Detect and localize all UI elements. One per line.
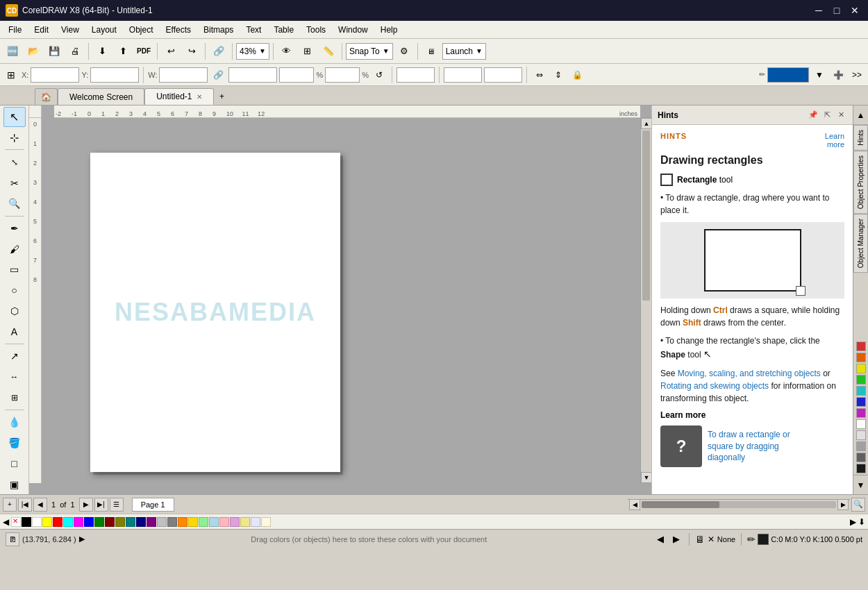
p1-input[interactable]: 100.0 — [279, 67, 314, 83]
hint-link-rotating[interactable]: Rotating and skewing objects — [660, 381, 769, 391]
menu-view[interactable]: View — [56, 23, 85, 37]
guidelines-button[interactable]: 📏 — [319, 42, 338, 61]
export-button[interactable]: ⬆ — [113, 42, 133, 61]
swatch-olive[interactable] — [115, 517, 125, 527]
swatch-silver[interactable] — [157, 517, 167, 527]
grid-snap-btn[interactable]: ⊞ — [3, 67, 19, 83]
first-page-btn[interactable]: |◀ — [18, 498, 32, 512]
home-tab[interactable]: 🏠 — [35, 88, 58, 105]
page-tab-1[interactable]: Page 1 — [132, 498, 174, 512]
swatch-lavender[interactable] — [251, 517, 260, 527]
grid-button[interactable]: ⊞ — [298, 42, 317, 61]
view-options[interactable]: 👁 — [277, 42, 297, 61]
swatch-purple[interactable] — [147, 517, 156, 527]
mirror-v-btn[interactable]: ⇕ — [550, 67, 567, 83]
save-button[interactable]: 💾 — [44, 42, 64, 61]
rectangle-tool[interactable]: ▭ — [3, 260, 26, 280]
swatch-teal[interactable] — [126, 517, 135, 527]
connector-tool[interactable]: ↗ — [3, 346, 26, 366]
maximize-button[interactable]: □ — [829, 3, 844, 18]
freehand-tool[interactable]: ✒ — [3, 219, 26, 239]
snap-to-dropdown[interactable]: Snap To ▼ — [346, 43, 393, 60]
swatch-yellow[interactable] — [42, 517, 52, 527]
vertical-scrollbar[interactable]: ▲ ▼ — [640, 118, 651, 483]
swatch-darkred[interactable] — [105, 517, 115, 527]
scroll-right-btn[interactable]: ▶ — [837, 499, 849, 510]
menu-help[interactable]: Help — [375, 23, 403, 37]
expand-props-btn[interactable]: >> — [849, 67, 865, 83]
menu-text[interactable]: Text — [240, 23, 267, 37]
swatch-pink[interactable] — [219, 517, 229, 527]
options-button[interactable]: ⚙ — [394, 42, 414, 61]
skew-x-input[interactable]: 0.0 ° — [444, 67, 482, 83]
open-button[interactable]: 📂 — [24, 42, 43, 61]
untitled-tab[interactable]: Untitled-1 ✕ — [144, 88, 213, 105]
artistic-media-tool[interactable]: 🖌 — [3, 239, 26, 259]
hints-scroll-down[interactable]: ▼ — [854, 478, 868, 492]
add-outline-btn[interactable]: ➕ — [830, 67, 846, 83]
document-canvas[interactable]: NESABAMEDIA — [42, 118, 640, 483]
swatch-gray[interactable] — [167, 517, 177, 527]
corel-connect[interactable]: 🔗 — [209, 42, 228, 61]
hints-close-btn[interactable]: ✕ — [835, 109, 847, 121]
menu-layout[interactable]: Layout — [86, 23, 122, 37]
outline-tool[interactable]: □ — [3, 454, 26, 474]
h-scrollbar-track[interactable] — [642, 501, 836, 508]
swatch-blue[interactable] — [84, 517, 94, 527]
hints-scroll-up[interactable]: ▲ — [854, 108, 868, 122]
swatch-white[interactable] — [32, 517, 42, 527]
menu-edit[interactable]: Edit — [28, 23, 54, 37]
menu-window[interactable]: Window — [333, 23, 374, 37]
next-page-btn[interactable]: ▶ — [79, 498, 93, 512]
add-page-btn[interactable]: + — [3, 498, 17, 512]
hint-link-moving[interactable]: Moving, scaling, and stretching objects — [678, 369, 821, 378]
hints-thumb-text[interactable]: To draw a rectangle orsquare by dragging… — [708, 429, 790, 464]
hints-float-btn[interactable]: ⇱ — [821, 109, 833, 121]
status-arrow[interactable]: ▶ — [79, 534, 85, 543]
add-tab-button[interactable]: + — [214, 88, 231, 105]
close-button[interactable]: ✕ — [847, 3, 862, 18]
p2-input[interactable]: 100.0 — [325, 67, 360, 83]
launch-dropdown[interactable]: Launch ▼ — [442, 43, 486, 60]
mirror-h-btn[interactable]: ⇔ — [531, 67, 548, 83]
eyedropper-tool[interactable]: 💧 — [3, 412, 26, 432]
zoom-dropdown[interactable]: 43% ▼ — [236, 43, 269, 60]
swatch-black[interactable] — [22, 517, 31, 527]
swatch-khaki[interactable] — [240, 517, 250, 527]
rotate-input[interactable]: 0.0 ° — [397, 67, 435, 83]
menu-object[interactable]: Object — [124, 23, 159, 37]
swatch-cyan[interactable] — [63, 517, 73, 527]
obj-mgr-vertical-tab[interactable]: Object Manager — [853, 214, 868, 273]
swatch-lightblue[interactable] — [209, 517, 219, 527]
measure-tool[interactable]: ↔ — [3, 367, 26, 387]
menu-bitmaps[interactable]: Bitmaps — [198, 23, 239, 37]
menu-table[interactable]: Table — [268, 23, 299, 37]
link-ratio-btn[interactable]: 🔗 — [210, 67, 226, 83]
hints-pin-btn[interactable]: 📌 — [807, 109, 819, 121]
lock-btn[interactable]: 🔒 — [569, 67, 585, 83]
prev-page-btn[interactable]: ◀ — [33, 498, 47, 512]
status-nav-left[interactable]: ◀ — [653, 532, 667, 546]
scroll-down-btn[interactable]: ▼ — [641, 472, 651, 483]
polygon-tool[interactable]: ⬡ — [3, 301, 26, 321]
swatch-gold[interactable] — [188, 517, 198, 527]
outline-dropdown-btn[interactable]: ▼ — [811, 67, 828, 83]
tab-close-icon[interactable]: ✕ — [197, 93, 202, 101]
swatch-orange[interactable] — [178, 517, 187, 527]
left-arrow-btn[interactable]: ◀ — [3, 517, 9, 527]
text-tool[interactable]: A — [3, 321, 26, 342]
status-nav-right[interactable]: ▶ — [669, 532, 683, 546]
hints-learn-more-top[interactable]: Learnmore — [825, 132, 844, 149]
minimize-button[interactable]: ─ — [811, 3, 826, 18]
swatch-green[interactable] — [94, 517, 104, 527]
zoom-tool[interactable]: 🔍 — [3, 194, 26, 214]
transform-tool[interactable]: ⤡ — [3, 152, 26, 172]
swatch-plum[interactable] — [230, 517, 240, 527]
welcome-screen-tab[interactable]: Welcome Screen — [58, 88, 144, 105]
print-button[interactable]: 🖨 — [65, 42, 85, 61]
pdf-button[interactable]: PDF — [134, 42, 153, 61]
w1-input[interactable]: 0.0 " — [159, 67, 208, 83]
canvas-area[interactable]: -2 -1 0 1 2 3 4 5 6 7 8 9 10 11 12 inche… — [29, 106, 651, 494]
w2-input[interactable]: 0.0 " — [228, 67, 277, 83]
scroll-up-btn[interactable]: ▲ — [641, 118, 651, 129]
